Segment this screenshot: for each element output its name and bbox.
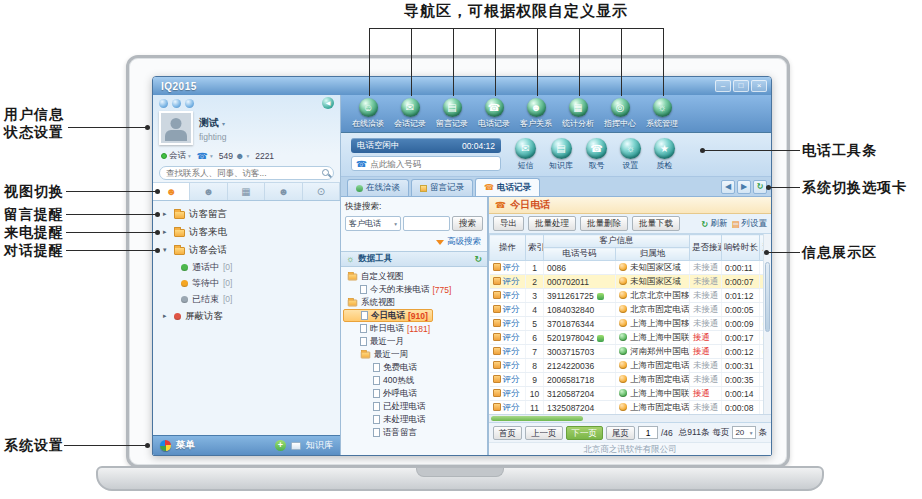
forward-button[interactable]: ▶ [737,180,751,194]
vertical-scrollbar[interactable] [763,234,771,414]
search-icon[interactable] [322,169,329,176]
scrollbar-thumb[interactable] [765,262,770,332]
rate-link[interactable]: 评分 [503,262,520,272]
quality-check-button[interactable]: ★质检 [654,138,675,171]
view-tree-item[interactable]: 语音留言 [343,426,485,439]
view-tree-item[interactable]: 昨日电话[1181] [343,322,485,335]
rate-link[interactable]: 评分 [503,276,520,286]
rate-link[interactable]: 评分 [503,318,520,328]
tree-item-sessions[interactable]: ▾ 访客会话 [153,241,340,259]
per-page-select[interactable]: 20▾ [732,426,755,439]
nav-item-customer-relations[interactable]: ☻客户关系 [515,95,557,132]
view-tab-history[interactable]: ⊙ [303,183,340,200]
menu-button[interactable]: 菜单 [176,439,195,452]
tree-item-waiting[interactable]: 等待中 [0] [153,275,340,291]
view-tree-item[interactable]: 最近一周 [343,348,485,361]
knowledge-base-button[interactable]: ▤知识库 [549,138,573,171]
col-region[interactable]: 归属地 [616,248,690,261]
chevron-down-icon[interactable]: ▾ [222,120,225,127]
status-label[interactable]: 会话 [169,150,186,162]
chevron-down-icon[interactable]: ▾ [246,153,249,159]
advanced-search-link[interactable]: 高级搜索 [447,236,481,248]
table-row-selected[interactable]: 评分2000702011未知国家区域未接通0:00:07 [490,275,772,289]
table-row[interactable]: 评分92006581718上海市固定电话未接通0:00:35 [490,373,772,387]
sms-button[interactable]: ✉短信 [515,138,536,171]
add-button[interactable]: + [275,440,286,451]
refresh-button[interactable]: ↻刷新 [701,218,727,230]
search-button[interactable]: 搜索 [452,216,483,231]
prev-page-button[interactable]: 上一页 [525,426,563,440]
table-row[interactable]: 评分41084032840北京市固定电话未接通0:00:05 [490,303,772,317]
collapse-panel-icon[interactable]: ◀ [322,97,334,109]
search-category-select[interactable]: 客户电话 ▾ [345,216,401,231]
avatar[interactable] [159,111,193,145]
refresh-button[interactable]: ↻ [753,180,767,194]
visitors-count[interactable]: 2221 [255,151,274,161]
horizontal-scrollbar[interactable] [489,414,771,422]
view-tree-item[interactable]: 400热线 [343,374,485,387]
maximize-button[interactable]: □ [733,80,749,92]
table-row[interactable]: 评分73003715703河南郑州中国电信接通0:00:120 [490,345,772,359]
export-button[interactable]: 导出 [493,216,524,231]
collapse-arrow-icon[interactable]: ▾ [163,246,170,254]
batch-delete-button[interactable]: 批量删除 [580,216,628,231]
settings-button[interactable]: ☼设置 [620,138,641,171]
tab-message-records[interactable]: 留言记录 [411,179,473,196]
view-tree-item[interactable]: 自定义视图 [343,270,485,283]
nav-item-session-records[interactable]: ✉会话记录 [389,95,431,132]
nav-item-message-records[interactable]: ▤留言记录 [431,95,473,132]
table-row[interactable]: 评分82124220036上海市固定电话未接通0:00:31 [490,359,772,373]
first-page-button[interactable]: 首页 [493,426,522,440]
batch-download-button[interactable]: 批量下载 [632,216,680,231]
view-tree-item[interactable]: 系统视图 [343,296,485,309]
user-card[interactable]: 测试 ▾ fighting [153,109,340,149]
back-button[interactable]: ◀ [721,180,735,194]
view-tab-groups[interactable]: ▦ [228,183,265,200]
calls-count[interactable]: 549 [219,151,233,161]
skin-icon[interactable] [172,99,181,108]
view-tree-item[interactable]: 未处理电话 [343,413,485,426]
tree-item-in-call[interactable]: 通话中 [0] [153,259,340,275]
dial-input[interactable] [370,159,496,169]
col-index[interactable]: 索引 [526,235,544,261]
tree-item-ended[interactable]: 已结束 [0] [153,291,340,307]
batch-process-button[interactable]: 批量处理 [528,216,576,231]
tree-item-messages[interactable]: ▸ 访客留言 [153,205,340,223]
table-row[interactable]: 评分65201978042上海上海中国联通接通0:00:170 [490,331,772,345]
main-menu-icon[interactable] [159,99,168,108]
tab-call-records[interactable]: ☎电话记录 [475,178,540,196]
view-tab-colleagues[interactable]: ☻ [190,183,227,200]
get-number-button[interactable]: ☎取号 [586,138,607,171]
view-tree-item[interactable]: 已处理电话 [343,400,485,413]
expand-arrow-icon[interactable]: ▸ [163,228,170,236]
close-button[interactable]: × [751,80,767,92]
expand-arrow-icon[interactable]: ▸ [163,312,170,320]
rate-link[interactable]: 评分 [503,346,520,356]
table-row[interactable]: 评分10086未知国家区域未接通0:00:11 [490,261,772,275]
view-tab-visitors[interactable]: ☻ [265,183,302,200]
tree-item-incoming-calls[interactable]: ▸ 访客来电 [153,223,340,241]
quick-search-input[interactable] [403,216,450,231]
col-op[interactable]: 操作 [490,235,526,261]
rate-link[interactable]: 评分 [503,374,520,384]
refresh-icon[interactable]: ↻ [474,254,482,264]
column-setup-button[interactable]: ▤列设置 [731,218,767,230]
tree-item-blocked-visitors[interactable]: ▸ 屏蔽访客 [153,307,340,325]
next-page-button[interactable]: 下一页 [566,426,604,440]
rate-link[interactable]: 评分 [503,304,520,314]
chevron-down-icon[interactable]: ▾ [188,153,191,159]
minimize-button[interactable]: – [715,80,731,92]
search-input[interactable] [159,166,334,180]
rate-link[interactable]: 评分 [503,360,520,370]
tab-online-chat[interactable]: 在线洽谈 [347,179,409,196]
view-tree-item[interactable]: 最近一月 [343,335,485,348]
rate-link[interactable]: 评分 [503,290,520,300]
page-number-input[interactable] [638,426,658,439]
view-tree-item[interactable]: 免费电话 [343,361,485,374]
rate-link[interactable]: 评分 [503,402,520,412]
view-tree-item-selected[interactable]: 今日电话[910] [343,309,433,322]
view-tree-item[interactable]: 今天的未接电话[775] [343,283,485,296]
view-tree-item[interactable]: 外呼电话 [343,387,485,400]
rate-link[interactable]: 评分 [503,388,520,398]
expand-arrow-icon[interactable]: ▸ [163,210,170,218]
